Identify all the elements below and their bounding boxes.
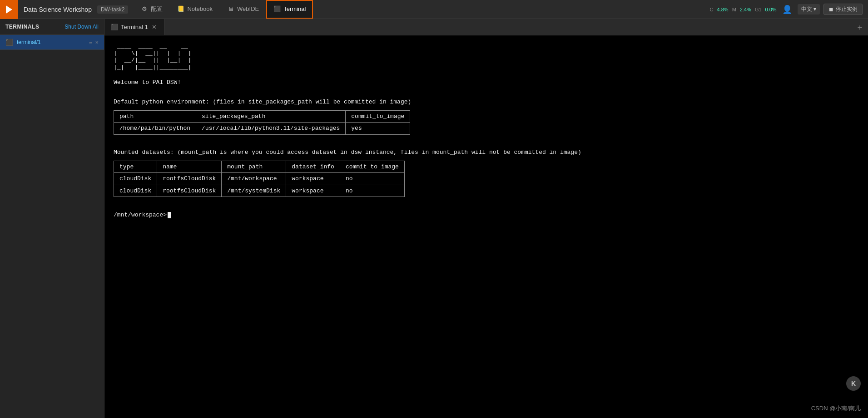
tab-webide[interactable]: 🖥 WebIDE <box>220 0 266 19</box>
gpu-val: 0.0% <box>765 7 777 12</box>
cpu-label: C <box>710 7 714 12</box>
ds1-name: rootfsCloudDisk <box>157 173 222 185</box>
python-table-header: path site_packages_path commit_to_image <box>114 110 410 123</box>
sidebar-item-terminal1[interactable]: ⬛ terminal/1 ✏ ✕ <box>0 35 104 50</box>
default-env-label: Default python environment: (files in si… <box>114 98 859 107</box>
terminal-cursor <box>168 212 171 218</box>
mem-val: 2.4% <box>740 7 751 12</box>
terminal-tab-label: Terminal 1 <box>121 24 148 30</box>
python-table-row: /home/pai/bin/python /usr/local/lib/pyth… <box>114 123 410 135</box>
dsw-logo: ____ ____ __ __ | \| __|| | | | | __/|__… <box>114 43 859 71</box>
stop-instance-button[interactable]: ⏹ 停止实例 <box>823 4 863 15</box>
col-path: path <box>114 110 196 123</box>
sidebar: TERMINALS Shut Down All ⬛ terminal/1 ✏ ✕ <box>0 19 104 418</box>
terminal-tabs-bar: ⬛ Terminal 1 ✕ ＋ <box>104 19 868 35</box>
blank-line <box>114 88 859 97</box>
col-commit: commit_to_image <box>346 110 410 123</box>
task-badge: DW-task2 <box>97 5 128 14</box>
close-item-icon[interactable]: ✕ <box>95 39 99 45</box>
terminal-icon: ⬛ <box>273 5 281 13</box>
resource-stats: C 4.8% M 2.4% G1 0.0% <box>710 7 777 12</box>
col-name: name <box>157 161 222 173</box>
col-site-packages: site_packages_path <box>196 110 346 123</box>
gpu-label: G1 <box>755 7 762 12</box>
python-table: path site_packages_path commit_to_image … <box>114 110 410 135</box>
mem-label: M <box>732 7 736 12</box>
top-bar: Data Science Workshop DW-task2 ⚙ 配置 📒 No… <box>0 0 868 19</box>
sidebar-item-actions: ✏ ✕ <box>89 39 99 45</box>
terminal-tab-close[interactable]: ✕ <box>151 24 158 31</box>
top-right: C 4.8% M 2.4% G1 0.0% 👤 中文 ▾ ⏹ 停止实例 <box>710 4 868 15</box>
ds2-name: rootfsCloudDisk <box>157 185 222 197</box>
mounted-label: Mounted datasets: (mount_path is where y… <box>114 148 859 157</box>
dataset-row-2: cloudDisk rootfsCloudDisk /mnt/systemDis… <box>114 185 405 197</box>
prompt-text: /mnt/workspace> <box>114 211 167 220</box>
prompt-line: /mnt/workspace> <box>114 211 859 220</box>
terminal-item-icon: ⬛ <box>5 39 13 46</box>
col-commit-image: commit_to_image <box>340 161 404 173</box>
col-mount-path: mount_path <box>222 161 286 173</box>
sidebar-header: TERMINALS Shut Down All <box>0 19 104 35</box>
cpu-val: 4.8% <box>717 7 729 12</box>
app-logo <box>0 0 18 19</box>
sidebar-item-label: terminal/1 <box>17 39 86 45</box>
terminal-content[interactable]: ____ ____ __ __ | \| __|| | | | | __/|__… <box>104 35 868 418</box>
col-type: type <box>114 161 157 173</box>
terminal-tab-1[interactable]: ⬛ Terminal 1 ✕ <box>104 19 165 35</box>
tab-config[interactable]: ⚙ 配置 <box>134 0 170 19</box>
k-badge[interactable]: K <box>846 376 861 391</box>
ds2-mount: /mnt/systemDisk <box>222 185 286 197</box>
ds2-info: workspace <box>286 185 340 197</box>
ds2-commit: no <box>340 185 404 197</box>
new-terminal-button[interactable]: ＋ <box>852 19 868 35</box>
svg-marker-0 <box>6 5 12 14</box>
dataset-table: type name mount_path dataset_info commit… <box>114 161 405 197</box>
terminal-tab-icon: ⬛ <box>111 24 118 30</box>
ds1-info: workspace <box>286 173 340 185</box>
webide-icon: 🖥 <box>227 5 234 13</box>
ds1-commit: no <box>340 173 404 185</box>
main-layout: TERMINALS Shut Down All ⬛ terminal/1 ✏ ✕… <box>0 19 868 418</box>
python-path: /home/pai/bin/python <box>114 123 196 135</box>
stop-icon: ⏹ <box>828 6 834 13</box>
notebook-icon: 📒 <box>177 5 184 13</box>
dataset-row-1: cloudDisk rootfsCloudDisk /mnt/workspace… <box>114 173 405 185</box>
lang-button[interactable]: 中文 ▾ <box>798 4 820 15</box>
shutdown-all-button[interactable]: Shut Down All <box>64 24 99 30</box>
python-commit: yes <box>346 123 410 135</box>
nav-tabs: ⚙ 配置 📒 Notebook 🖥 WebIDE ⬛ Terminal <box>134 0 709 19</box>
ds1-type: cloudDisk <box>114 173 157 185</box>
welcome-line: Welcome to PAI DSW! <box>114 78 859 87</box>
ds2-type: cloudDisk <box>114 185 157 197</box>
blank-line3 <box>114 201 859 210</box>
python-site-packages: /usr/local/lib/python3.11/site-packages <box>196 123 346 135</box>
ds1-mount: /mnt/workspace <box>222 173 286 185</box>
col-dataset-info: dataset_info <box>286 161 340 173</box>
sidebar-title: TERMINALS <box>5 24 40 30</box>
rename-icon[interactable]: ✏ <box>89 39 93 45</box>
blank-line2 <box>114 138 859 148</box>
terminal-area: ⬛ Terminal 1 ✕ ＋ ____ ____ __ __ | \| __… <box>104 19 868 418</box>
dataset-header: type name mount_path dataset_info commit… <box>114 161 405 173</box>
config-icon: ⚙ <box>141 5 148 13</box>
tab-terminal[interactable]: ⬛ Terminal <box>266 0 313 19</box>
user-button[interactable]: 👤 <box>780 5 794 15</box>
tab-notebook[interactable]: 📒 Notebook <box>170 0 220 19</box>
app-title: Data Science Workshop <box>18 6 97 13</box>
